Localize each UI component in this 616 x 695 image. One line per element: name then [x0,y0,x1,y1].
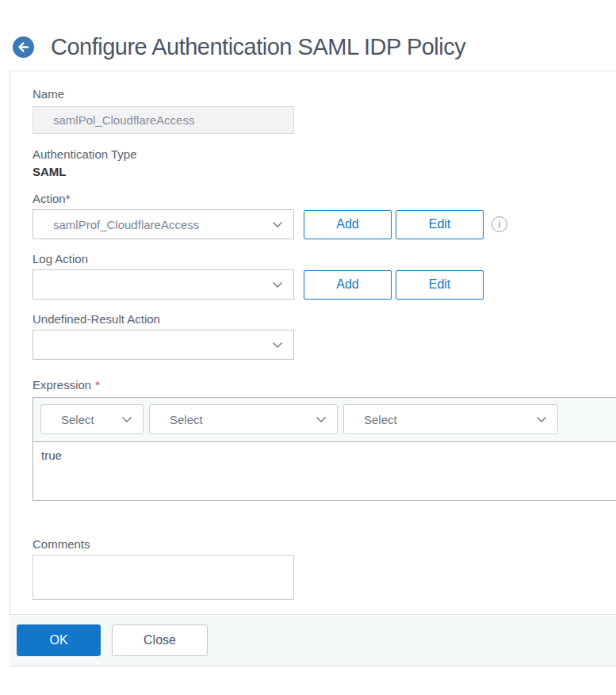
log-action-row: Add Edit [33,269,616,300]
action-row: samlProf_CloudflareAccess Add Edit i [33,209,616,239]
back-arrow-icon [13,36,34,58]
header: Configure Authentication SAML IDP Policy [0,0,616,71]
log-action-edit-button[interactable]: Edit [396,270,484,300]
form-panel: Name samlPol_CloudflareAccess Authentica… [10,71,616,614]
expression-operand-select-2[interactable]: Select [149,404,338,434]
expression-builder: Select Select Select [33,397,616,501]
auth-type-label: Authentication Type [33,147,616,161]
action-edit-button[interactable]: Edit [396,210,484,239]
log-action-add-button[interactable]: Add [304,270,392,300]
page-title: Configure Authentication SAML IDP Policy [51,34,465,60]
info-icon[interactable]: i [492,216,507,232]
footer: OK Close [10,614,616,666]
undefined-result-action-label: Undefined-Result Action [33,312,616,326]
chevron-down-icon [315,413,327,426]
expression-builder-toolbar: Select Select Select [33,398,616,441]
chevron-down-icon [271,218,284,231]
ok-button[interactable]: OK [17,624,101,656]
undefined-result-action-row [33,330,616,360]
expression-label-row: Expression * [33,378,616,391]
chevron-down-icon [121,413,133,426]
back-button[interactable] [13,36,34,58]
expression-label: Expression [33,378,91,391]
comments-label: Comments [33,537,616,551]
action-select[interactable]: samlProf_CloudflareAccess [33,209,294,239]
chevron-down-icon [271,338,284,351]
chevron-down-icon [535,413,548,426]
undefined-result-action-select[interactable] [33,330,294,360]
name-input: samlPol_CloudflareAccess [33,106,294,134]
expression-operand-select-3[interactable]: Select [343,404,558,434]
comments-textarea[interactable] [33,555,294,600]
action-add-button[interactable]: Add [304,210,392,239]
expression-textarea[interactable]: true [33,441,616,500]
chevron-down-icon [271,278,284,291]
action-label: Action* [33,192,616,205]
name-label: Name [33,87,616,101]
select-placeholder: Select [170,413,315,426]
action-select-value: samlProf_CloudflareAccess [53,218,271,231]
select-placeholder: Select [364,413,535,426]
select-placeholder: Select [61,413,121,426]
close-button[interactable]: Close [112,624,208,656]
expression-operand-select-1[interactable]: Select [40,404,143,434]
log-action-select[interactable] [33,269,294,300]
required-asterisk: * [95,378,100,391]
configure-saml-idp-policy-dialog: Configure Authentication SAML IDP Policy… [0,0,616,695]
log-action-label: Log Action [33,252,616,265]
auth-type-value: SAML [33,165,616,178]
